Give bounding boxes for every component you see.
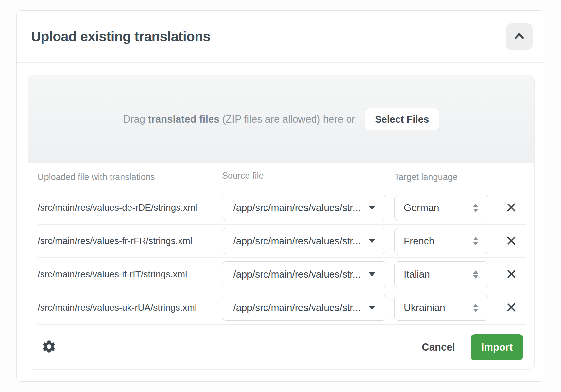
table-row: /src/main/res/values-fr-rFR/strings.xml … — [38, 225, 526, 258]
collapse-button[interactable] — [506, 23, 533, 50]
target-language-select[interactable]: Italian — [394, 261, 488, 287]
import-button[interactable]: Import — [471, 334, 523, 360]
chevron-up-icon — [513, 32, 525, 41]
up-down-arrows-icon — [473, 304, 478, 312]
dropzone-instruction: Drag translated files (ZIP files are all… — [123, 113, 355, 125]
uploaded-file-path: /src/main/res/values-it-rIT/strings.xml — [38, 269, 222, 280]
gear-icon — [42, 339, 57, 355]
table-header-row: Uploaded file with translations Source f… — [38, 163, 526, 191]
cancel-button[interactable]: Cancel — [422, 341, 455, 353]
source-file-select[interactable]: /app/src/main/res/values/str... — [222, 261, 386, 287]
uploaded-file-path: /src/main/res/values-de-rDE/strings.xml — [38, 203, 222, 213]
chevron-down-icon — [369, 206, 375, 210]
settings-button[interactable] — [42, 339, 57, 355]
chevron-down-icon — [369, 239, 375, 243]
column-header-source-file: Source file — [222, 171, 394, 183]
table-footer: Cancel Import — [38, 325, 526, 369]
dialog-header: Upload existing translations — [17, 11, 545, 63]
column-header-target-language: Target language — [394, 172, 496, 182]
remove-row-button[interactable] — [504, 201, 518, 215]
dropzone-instruction-bold: translated files — [148, 113, 220, 125]
table-row: /src/main/res/values-it-rIT/strings.xml … — [38, 258, 526, 291]
remove-row-button[interactable] — [504, 267, 518, 282]
remove-row-button[interactable] — [504, 301, 518, 315]
select-files-button[interactable]: Select Files — [365, 108, 439, 130]
up-down-arrows-icon — [473, 237, 478, 245]
table-row: /src/main/res/values-uk-rUA/strings.xml … — [38, 291, 526, 325]
upload-dialog: Upload existing translations Drag transl… — [16, 10, 545, 382]
close-icon — [506, 236, 516, 247]
close-icon — [506, 203, 516, 213]
target-language-select[interactable]: German — [394, 195, 488, 221]
dialog-body: Drag translated files (ZIP files are all… — [17, 63, 545, 370]
up-down-arrows-icon — [473, 204, 478, 212]
chevron-down-icon — [369, 306, 375, 310]
chevron-down-icon — [369, 272, 375, 276]
source-file-select[interactable]: /app/src/main/res/values/str... — [222, 228, 386, 254]
close-icon — [506, 302, 516, 313]
close-icon — [506, 269, 516, 280]
remove-row-button[interactable] — [504, 234, 518, 248]
uploaded-file-path: /src/main/res/values-uk-rUA/strings.xml — [38, 302, 222, 313]
translations-table: Uploaded file with translations Source f… — [28, 163, 534, 369]
target-language-select[interactable]: Ukrainian — [394, 295, 488, 321]
target-language-select[interactable]: French — [394, 228, 488, 254]
table-row: /src/main/res/values-de-rDE/strings.xml … — [38, 191, 526, 225]
column-header-uploaded-file: Uploaded file with translations — [38, 172, 222, 182]
upload-panel: Drag translated files (ZIP files are all… — [28, 75, 535, 370]
up-down-arrows-icon — [473, 270, 478, 279]
source-file-select[interactable]: /app/src/main/res/values/str... — [222, 195, 386, 221]
uploaded-file-path: /src/main/res/values-fr-rFR/strings.xml — [38, 236, 222, 246]
page-title: Upload existing translations — [31, 29, 210, 44]
dropzone[interactable]: Drag translated files (ZIP files are all… — [28, 75, 534, 163]
source-file-select[interactable]: /app/src/main/res/values/str... — [222, 295, 386, 321]
